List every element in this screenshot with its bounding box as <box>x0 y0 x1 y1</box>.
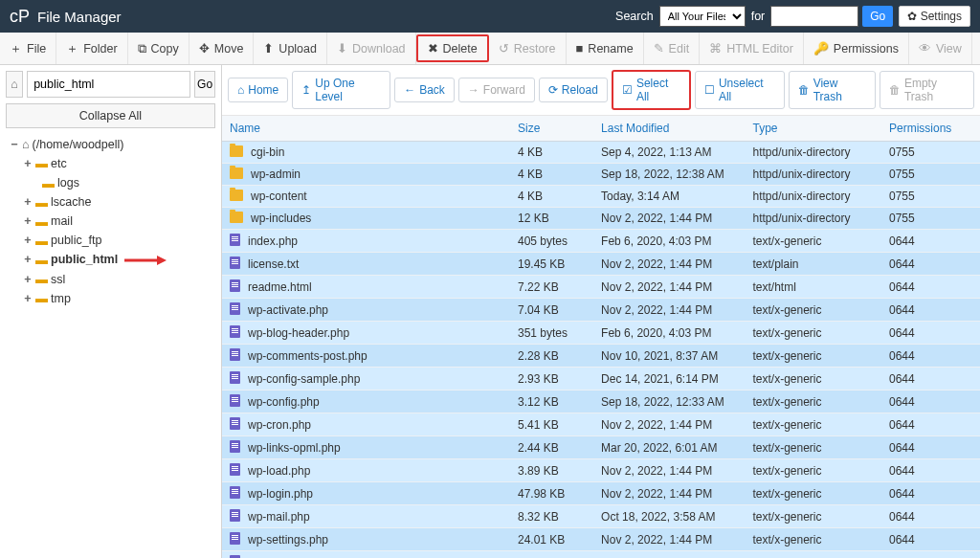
file-row[interactable]: license.txt19.45 KBNov 2, 2022, 1:44 PMt… <box>222 253 980 276</box>
file-row[interactable]: wp-signup.php33.54 KBNov 2, 2022, 1:44 P… <box>222 551 980 559</box>
tree-item-lscache[interactable]: +▬ lscache <box>10 193 215 212</box>
toolbar-permissions-button[interactable]: 🔑Permissions <box>804 33 909 64</box>
tree-item-public_ftp[interactable]: +▬ public_ftp <box>10 232 215 251</box>
unselect-all-icon: ☐ <box>704 83 715 97</box>
toolbar-upload-button[interactable]: ⬆Upload <box>254 33 327 64</box>
toolbar-rename-button[interactable]: ■Rename <box>567 33 644 64</box>
tree-item-public_html[interactable]: +▬ public_html <box>10 251 215 270</box>
nav-up-one-level-button[interactable]: ↥Up One Level <box>292 71 390 109</box>
file-icon <box>230 302 240 315</box>
tree-item-ssl[interactable]: +▬ ssl <box>10 270 215 289</box>
for-label: for <box>751 10 766 23</box>
permissions-icon: 🔑 <box>813 41 829 56</box>
file-icon <box>230 394 240 407</box>
view-trash-icon: 🗑 <box>798 83 810 97</box>
file-icon <box>230 417 240 430</box>
file-icon <box>230 532 240 545</box>
file-row[interactable]: wp-links-opml.php2.44 KBMar 20, 2022, 6:… <box>222 436 980 459</box>
view-icon: 👁 <box>919 41 931 56</box>
file-row[interactable]: wp-load.php3.89 KBNov 2, 2022, 1:44 PMte… <box>222 459 980 482</box>
file-icon <box>230 257 240 269</box>
edit-icon: ✎ <box>654 41 664 56</box>
main-toolbar: ＋File＋Folder⧉Copy✥Move⬆Upload⬇Download✖D… <box>0 33 980 65</box>
tree-item-etc[interactable]: +▬ etc <box>10 154 215 173</box>
file-row[interactable]: cgi-bin4 KBSep 4, 2022, 1:13 AMhttpd/uni… <box>222 142 980 164</box>
nav-empty-trash-button: 🗑Empty Trash <box>880 71 974 109</box>
col-modified[interactable]: Last Modified <box>593 116 745 142</box>
file-row[interactable]: wp-includes12 KBNov 2, 2022, 1:44 PMhttp… <box>222 208 980 230</box>
app-header: cP File Manager Search All Your Files fo… <box>0 0 980 33</box>
empty-trash-icon: 🗑 <box>889 83 901 97</box>
file-row[interactable]: wp-activate.php7.04 KBNov 2, 2022, 1:44 … <box>222 299 980 322</box>
toolbar-copy-button[interactable]: ⧉Copy <box>128 33 189 64</box>
file-icon <box>230 440 240 453</box>
file-icon <box>230 348 240 361</box>
file-icon <box>230 509 240 522</box>
svg-marker-1 <box>157 256 167 265</box>
restore-icon: ↺ <box>499 41 509 56</box>
file-icon <box>230 486 240 499</box>
folder-icon <box>230 145 243 157</box>
toolbar-delete-button[interactable]: ✖Delete <box>416 34 489 62</box>
sidebar: ⌂ Go Collapse All −⌂ (/home/woodpell)+▬ … <box>0 65 222 558</box>
folder-icon <box>230 212 243 223</box>
file-row[interactable]: wp-content4 KBToday, 3:14 AMhttpd/unix-d… <box>222 186 980 208</box>
toolbar-html-editor-button: ⌘HTML Editor <box>700 33 804 64</box>
reload-icon: ⟳ <box>548 83 558 97</box>
file-row[interactable]: wp-comments-post.php2.28 KBNov 10, 2021,… <box>222 345 980 368</box>
search-scope-select[interactable]: All Your Files <box>659 6 746 27</box>
file-row[interactable]: wp-config-sample.php2.93 KBDec 14, 2021,… <box>222 368 980 391</box>
nav-unselect-all-button[interactable]: ☐Unselect All <box>695 71 785 109</box>
file-row[interactable]: wp-cron.php5.41 KBNov 2, 2022, 1:44 PMte… <box>222 413 980 436</box>
nav-select-all-button[interactable]: ☑Select All <box>612 70 691 110</box>
home-button[interactable]: ⌂ <box>6 71 23 98</box>
file-icon <box>230 371 240 384</box>
file-row[interactable]: wp-admin4 KBSep 18, 2022, 12:38 AMhttpd/… <box>222 164 980 186</box>
toolbar-restore-button: ↺Restore <box>489 33 567 64</box>
toolbar-folder-button[interactable]: ＋Folder <box>56 33 127 64</box>
path-input[interactable] <box>27 71 190 98</box>
collapse-all-button[interactable]: Collapse All <box>6 103 215 128</box>
folder-icon <box>230 190 243 201</box>
nav-forward-button: →Forward <box>458 78 535 102</box>
forward-icon: → <box>468 83 479 97</box>
tree-item-tmp[interactable]: +▬ tmp <box>10 289 215 308</box>
up-one-level-icon: ↥ <box>301 83 311 97</box>
nav-view-trash-button[interactable]: 🗑View Trash <box>789 71 876 109</box>
tree-item-logs[interactable]: ▬ logs <box>10 174 215 193</box>
delete-icon: ✖ <box>428 41 438 56</box>
path-go-button[interactable]: Go <box>194 71 215 98</box>
search-input[interactable] <box>770 6 858 27</box>
col-size[interactable]: Size <box>510 116 593 142</box>
file-row[interactable]: wp-login.php47.98 KBNov 2, 2022, 1:44 PM… <box>222 482 980 505</box>
file-icon: ＋ <box>10 40 22 57</box>
nav-home-button[interactable]: ⌂Home <box>228 78 288 102</box>
app-title: File Manager <box>37 9 122 25</box>
cpanel-logo-icon: cP <box>10 7 30 27</box>
file-table: Name Size Last Modified Type Permissions… <box>222 116 980 558</box>
col-perm[interactable]: Permissions <box>881 116 980 142</box>
col-type[interactable]: Type <box>745 116 881 142</box>
file-row[interactable]: index.php405 bytesFeb 6, 2020, 4:03 PMte… <box>222 230 980 253</box>
toolbar-move-button[interactable]: ✥Move <box>189 33 255 64</box>
toolbar-file-button[interactable]: ＋File <box>0 33 56 64</box>
file-row[interactable]: readme.html7.22 KBNov 2, 2022, 1:44 PMte… <box>222 276 980 299</box>
home-icon: ⌂ <box>237 83 244 97</box>
tree-item-mail[interactable]: +▬ mail <box>10 212 215 232</box>
nav-back-button[interactable]: ←Back <box>394 78 455 102</box>
settings-button[interactable]: ✿ Settings <box>899 6 970 27</box>
file-row[interactable]: wp-mail.php8.32 KBOct 18, 2022, 3:58 AMt… <box>222 505 980 528</box>
file-icon <box>230 463 240 476</box>
col-name[interactable]: Name <box>222 116 510 142</box>
file-row[interactable]: wp-settings.php24.01 KBNov 2, 2022, 1:44… <box>222 528 980 551</box>
content-pane: ⌂Home↥Up One Level←Back→Forward⟳Reload☑S… <box>222 65 980 558</box>
nav-reload-button[interactable]: ⟳Reload <box>539 78 608 102</box>
search-go-button[interactable]: Go <box>862 6 893 27</box>
tree-root[interactable]: −⌂ (/home/woodpell) <box>10 136 215 154</box>
file-table-wrapper[interactable]: Name Size Last Modified Type Permissions… <box>222 116 980 558</box>
toolbar-edit-button: ✎Edit <box>644 33 701 64</box>
copy-icon: ⧉ <box>138 41 146 56</box>
file-row[interactable]: wp-config.php3.12 KBSep 18, 2022, 12:33 … <box>222 391 980 413</box>
file-row[interactable]: wp-blog-header.php351 bytesFeb 6, 2020, … <box>222 322 980 345</box>
html editor-icon: ⌘ <box>709 41 722 56</box>
